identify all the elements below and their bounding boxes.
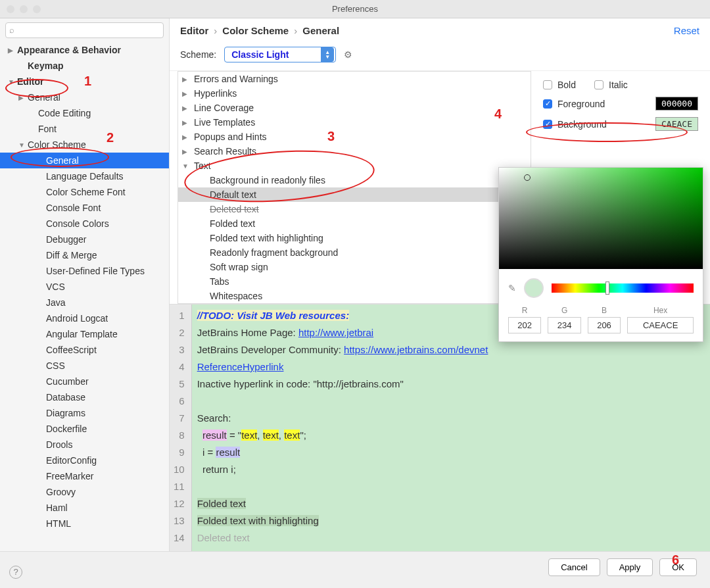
sidebar-item[interactable]: Debugger [0,232,169,247]
cancel-button[interactable]: Cancel [548,558,600,576]
sidebar-item[interactable]: Font [0,121,169,137]
sidebar-item[interactable]: Groovy [0,484,169,500]
window-title: Preferences [332,4,378,14]
italic-checkbox[interactable] [594,80,604,89]
sidebar-item[interactable]: Code Editing [0,105,169,121]
sidebar: ⌕ ▶Appearance & BehaviorKeymap▼Editor▶Ge… [0,18,170,551]
foreground-swatch[interactable]: 000000 [655,97,698,110]
r-label: R [522,306,528,315]
category-row[interactable]: Default text [178,187,531,202]
category-row[interactable]: Deleted text [178,202,531,216]
sidebar-item[interactable]: User-Defined File Types [0,263,169,279]
sidebar-item[interactable]: ▼Editor [0,74,169,89]
b-input[interactable] [588,317,621,333]
chevron-right-icon: › [214,25,217,36]
scheme-select[interactable]: Classic Light ▲▼ [224,47,336,62]
background-checkbox[interactable]: ✓ [543,120,552,129]
sidebar-item[interactable]: ▶Appearance & Behavior [0,42,169,58]
sidebar-item[interactable]: Color Scheme Font [0,184,169,200]
breadcrumb: Editor › Color Scheme › General Reset [170,18,710,43]
sidebar-item[interactable]: Console Colors [0,216,169,232]
sidebar-item[interactable]: Cucumber [0,374,169,389]
window-controls [7,5,41,13]
gear-icon[interactable]: ⚙ [344,49,352,60]
category-row[interactable]: ▶Live Templates [178,115,531,130]
apply-button[interactable]: Apply [607,558,653,576]
category-list[interactable]: ▶Errors and Warnings▶Hyperlinks▶Line Cov… [178,71,531,304]
foreground-checkbox[interactable]: ✓ [543,99,552,109]
maximize-dot[interactable] [33,5,41,13]
category-row[interactable]: Whitespaces [178,289,531,303]
sidebar-item[interactable]: Drools [0,437,169,453]
sidebar-item[interactable]: Keymap [0,58,169,74]
category-row[interactable]: ▶Search Results [178,144,531,159]
sat-cursor[interactable] [524,174,531,181]
minimize-dot[interactable] [20,5,28,13]
r-input[interactable] [508,317,541,333]
sidebar-item[interactable]: Haml [0,500,169,516]
category-row[interactable]: Folded text with highlighting [178,231,531,245]
sidebar-item[interactable]: Angular Template [0,326,169,342]
search-icon: ⌕ [9,25,14,35]
b-label: B [602,306,607,315]
crumb-general[interactable]: General [302,25,339,36]
hex-label: Hex [653,306,667,315]
close-dot[interactable] [7,5,14,13]
sidebar-item[interactable]: Language Defaults [0,168,169,184]
category-row[interactable]: ▶Popups and Hints [178,130,531,144]
sidebar-item[interactable]: CSS [0,358,169,374]
sidebar-item[interactable]: Diff & Merge [0,247,169,263]
category-row[interactable]: ▼Text [178,159,531,173]
hue-cursor[interactable] [605,282,609,295]
sidebar-item[interactable]: ▼Color Scheme [0,137,169,153]
sidebar-item[interactable]: VCS [0,279,169,295]
preferences-tree[interactable]: ▶Appearance & BehaviorKeymap▼Editor▶Gene… [0,42,169,551]
category-row[interactable]: Soft wrap sign [178,260,531,274]
category-row[interactable]: ▶Errors and Warnings [178,72,531,86]
foreground-label: Foreground [557,99,605,109]
crumb-editor[interactable]: Editor [180,25,208,36]
hue-slider[interactable] [552,283,694,293]
scheme-value: Classic Light [231,49,289,60]
hex-input[interactable] [627,317,694,333]
category-row[interactable]: Background in readonly files [178,173,531,187]
code-area: //TODO: Visit JB Web resources: JetBrain… [192,305,494,551]
eyedropper-icon[interactable]: ✎ [508,283,516,293]
background-swatch[interactable]: CAEACE [655,117,698,131]
category-row[interactable]: Tabs [178,274,531,289]
category-row[interactable]: Readonly fragment background [178,245,531,260]
search-input[interactable] [5,22,164,38]
sidebar-item[interactable]: CoffeeScript [0,342,169,358]
sidebar-item[interactable]: Diagrams [0,405,169,421]
sidebar-item[interactable]: FreeMarker [0,468,169,484]
sidebar-item[interactable]: HTML [0,516,169,531]
category-row[interactable]: ▶Hyperlinks [178,86,531,101]
category-row[interactable]: Folded text [178,216,531,231]
bold-label: Bold [557,80,576,90]
sidebar-item[interactable]: Console Font [0,200,169,216]
g-input[interactable] [548,317,580,333]
bold-checkbox[interactable] [543,80,552,89]
sidebar-item[interactable]: EditorConfig [0,453,169,468]
dialog-footer: Cancel Apply OK [0,551,710,583]
scheme-label: Scheme: [180,49,216,60]
sidebar-item[interactable]: Java [0,295,169,310]
background-label: Background [557,119,607,130]
ok-button[interactable]: OK [659,558,697,576]
sidebar-item[interactable]: Android Logcat [0,310,169,326]
sidebar-item[interactable]: ▶General [0,89,169,105]
saturation-box[interactable] [499,168,703,269]
current-color-swatch [524,278,544,298]
help-button[interactable]: ? [9,566,22,579]
color-picker[interactable]: ✎ R G B Hex [498,167,703,342]
reset-link[interactable]: Reset [674,25,699,36]
sidebar-item[interactable]: General [0,153,169,168]
content-panel: Editor › Color Scheme › General Reset Sc… [170,18,710,551]
sidebar-item[interactable]: Database [0,389,169,405]
g-label: G [561,306,567,315]
category-row[interactable]: ▶Line Coverage [178,101,531,115]
chevron-right-icon: › [294,25,297,36]
sidebar-item[interactable]: Dockerfile [0,421,169,437]
crumb-color-scheme[interactable]: Color Scheme [222,25,289,36]
italic-label: Italic [609,80,628,90]
